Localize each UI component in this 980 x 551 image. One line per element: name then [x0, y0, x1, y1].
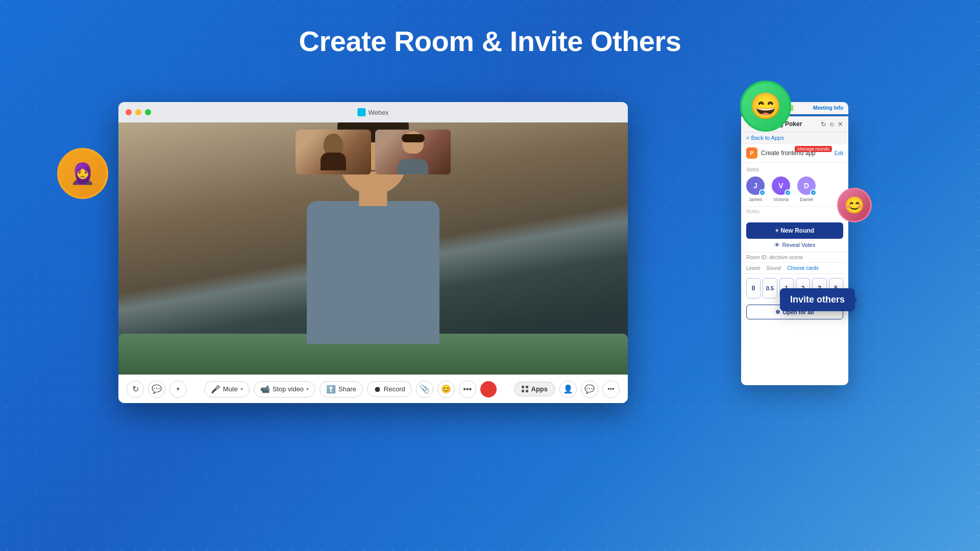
- refresh-icon[interactable]: ↻: [821, 120, 826, 128]
- titlebar: Webex: [118, 102, 628, 122]
- toolbar-right: Apps 👤 💬 •••: [514, 381, 620, 398]
- record-icon: ⏺: [374, 385, 381, 393]
- card-0[interactable]: 0: [746, 278, 761, 298]
- votes-label: Votes: [746, 167, 843, 172]
- voter-avatar-j: J ✓: [746, 177, 765, 195]
- share-label: Share: [338, 385, 356, 393]
- emoji-icon-button[interactable]: 😊: [437, 381, 455, 398]
- close-icon[interactable]: ✕: [838, 120, 843, 128]
- more-options-button[interactable]: •••: [459, 381, 476, 398]
- poker-content: P Create frontend app Edit Manage rounds…: [741, 144, 848, 385]
- window-title: Webex: [357, 108, 388, 116]
- avatar-right: 😊: [837, 188, 872, 222]
- choose-cards-button[interactable]: Choose cards: [787, 265, 819, 271]
- voter-daniel: D ✓ Daniel: [797, 177, 816, 202]
- share-icon: ⬆️: [326, 385, 336, 394]
- sidebar-panel: 🃏 Planning Poker ↻ ⎋ ✕ < Back to Apps P …: [741, 116, 848, 385]
- apps-icon: [522, 386, 529, 393]
- webex-logo-icon: [357, 108, 365, 116]
- votes-section: Votes J ✓ James V ✓ Victoria: [741, 163, 848, 206]
- record-label: Record: [384, 385, 405, 393]
- poker-actions: + New Round 👁 Reveal Votes: [741, 218, 848, 252]
- voter-name-d: Daniel: [800, 197, 813, 202]
- app-window: Webex: [118, 102, 628, 403]
- open-icon: ⊕: [775, 309, 780, 315]
- avatar-top-right: 😄: [740, 81, 791, 132]
- voter-name-j: James: [749, 197, 763, 202]
- reveal-icon: 👁: [774, 242, 780, 248]
- voters-list: J ✓ James V ✓ Victoria D: [746, 177, 843, 202]
- reveal-votes-button[interactable]: 👁 Reveal Votes: [746, 242, 843, 248]
- traffic-lights: [126, 109, 151, 115]
- page-title: Create Room & Invite Others: [0, 0, 980, 58]
- mute-caret-icon: ▾: [240, 386, 243, 392]
- end-call-button[interactable]: [480, 381, 497, 397]
- voter-check-j: ✓: [759, 189, 766, 196]
- minimize-button[interactable]: [135, 109, 141, 115]
- thumbnail-2: [375, 130, 451, 174]
- avatar-left: 🧕: [57, 148, 108, 199]
- avatar-top-right-emoji: 😄: [750, 93, 781, 119]
- panel-header-icons: ↻ ⎋ ✕: [821, 120, 843, 128]
- toolbar-center: 🎤 Mute ▾ 📹 Stop video ▾ ⬆️ Share ⏺ Recor…: [204, 381, 497, 398]
- mute-label: Mute: [223, 385, 238, 393]
- video-area: [118, 122, 628, 374]
- back-to-apps[interactable]: < Back to Apps: [741, 132, 848, 144]
- invite-others-tooltip[interactable]: Invite others: [780, 288, 855, 311]
- manage-rounds-badge[interactable]: Manage rounds: [795, 146, 832, 152]
- avatar-right-emoji: 😊: [844, 197, 865, 213]
- voter-james: J ✓ James: [746, 177, 765, 202]
- attachment-icon-button[interactable]: 📎: [416, 381, 433, 398]
- notes-label: Notes: [741, 206, 848, 218]
- leave-button[interactable]: Leave: [746, 265, 760, 271]
- more-icon-button[interactable]: ▾: [169, 381, 187, 398]
- overflow-icon-button[interactable]: •••: [602, 381, 620, 398]
- window-title-text: Webex: [368, 109, 388, 116]
- avatar-left-emoji: 🧕: [70, 163, 95, 184]
- edit-button[interactable]: Edit: [835, 151, 843, 156]
- mic-icon: 🎤: [211, 385, 220, 394]
- voter-avatar-v: V ✓: [772, 177, 790, 195]
- card-0-5[interactable]: 0.5: [763, 278, 777, 298]
- video-caret-icon: ▾: [306, 386, 309, 392]
- reveal-label: Reveal Votes: [782, 242, 816, 248]
- poker-bottom-actions: Leave Sound Choose cards: [741, 262, 848, 274]
- poker-app-header: P Create frontend app Edit Manage rounds: [741, 144, 848, 163]
- meeting-info-label[interactable]: Meeting Info: [813, 105, 843, 111]
- poker-app-logo: P: [746, 147, 757, 159]
- mute-button[interactable]: 🎤 Mute ▾: [204, 381, 250, 397]
- toolbar-left: ↻ 💬 ▾: [127, 381, 187, 398]
- room-id: Room ID: decisive-scene: [741, 252, 848, 262]
- stop-video-button[interactable]: 📹 Stop video ▾: [254, 381, 315, 397]
- apps-label: Apps: [531, 385, 548, 393]
- sound-button[interactable]: Sound: [766, 265, 781, 271]
- stop-video-label: Stop video: [273, 385, 304, 393]
- thumbnail-1: [296, 130, 371, 174]
- popout-icon[interactable]: ⎋: [830, 120, 834, 128]
- voter-victoria: V ✓ Victoria: [772, 177, 790, 202]
- voter-check-v: ✓: [785, 189, 791, 196]
- rotate-icon-button[interactable]: ↻: [127, 381, 144, 398]
- voter-check-d: ✓: [810, 189, 817, 196]
- video-icon: 📹: [260, 385, 270, 394]
- toolbar: ↻ 💬 ▾ 🎤 Mute ▾ 📹 Stop video ▾ ⬆️ Share ⏺…: [118, 374, 628, 403]
- new-round-button[interactable]: + New Round: [746, 222, 843, 239]
- close-button[interactable]: [126, 109, 132, 115]
- maximize-button[interactable]: [145, 109, 151, 115]
- voter-avatar-d: D ✓: [797, 177, 816, 195]
- participants-icon-button[interactable]: 👤: [559, 381, 577, 398]
- message-icon-button[interactable]: 💬: [581, 381, 598, 398]
- voter-name-v: Victoria: [773, 197, 789, 202]
- share-button[interactable]: ⬆️ Share: [320, 381, 363, 397]
- apps-button[interactable]: Apps: [514, 382, 556, 396]
- thumbnail-strip: [296, 130, 451, 174]
- chat-icon-button[interactable]: 💬: [148, 381, 165, 398]
- record-button[interactable]: ⏺ Record: [367, 381, 412, 397]
